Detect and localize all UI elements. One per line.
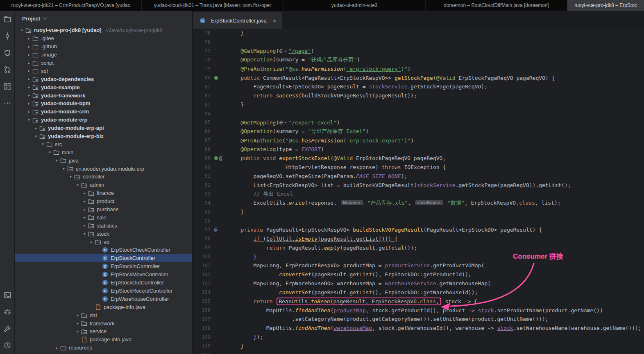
more-icon[interactable] bbox=[3, 99, 12, 108]
tree-item-java[interactable]: ▾java bbox=[15, 156, 192, 165]
tree-item-erpstockcontroller[interactable]: CErpStockController bbox=[15, 254, 192, 262]
code-line-108[interactable]: 108 MapUtils.findAndThen(warehouseMap, s… bbox=[193, 324, 644, 333]
chevron-expanded-icon[interactable]: ▾ bbox=[54, 158, 60, 162]
chevron-collapsed-icon[interactable]: ▸ bbox=[54, 346, 60, 350]
chevron-collapsed-icon[interactable]: ▸ bbox=[82, 199, 88, 203]
code-line-107[interactable]: 107 .setCategoryName(product.getCategory… bbox=[193, 315, 644, 324]
tree-item-yudao-module-bpm[interactable]: ▸yudao-module-bpm bbox=[15, 99, 192, 108]
code-line-78[interactable]: 78 @Operation(summary = "获得产品库存分页") bbox=[193, 56, 644, 65]
commit-icon[interactable] bbox=[3, 32, 12, 41]
tree-item-service[interactable]: ▸service bbox=[15, 327, 192, 336]
chevron-collapsed-icon[interactable]: ▸ bbox=[26, 36, 32, 41]
code-line-77[interactable]: 77 @GetMapping("/page") bbox=[193, 47, 644, 56]
chevron-collapsed-icon[interactable]: ▸ bbox=[75, 321, 81, 325]
chevron-collapsed-icon[interactable]: ▸ bbox=[26, 110, 32, 114]
tree-item-erpstockrecordcontroller[interactable]: CErpStockRecordController bbox=[15, 287, 192, 295]
chevron-collapsed-icon[interactable]: ▸ bbox=[26, 85, 32, 89]
tree-item-script[interactable]: ▸script bbox=[15, 59, 192, 67]
tree-item-vo[interactable]: ▸vo bbox=[15, 238, 192, 246]
code-line-76[interactable]: 76 bbox=[193, 38, 644, 47]
code-line-104[interactable]: 104 convertSet(pageResult.getList(), Erp… bbox=[193, 288, 644, 297]
tree-item-yudao-module-erp[interactable]: ▾yudao-module-erp bbox=[15, 116, 192, 124]
code-line-98[interactable]: 98 if (CollUtil.isEmpty(pageResult.getLi… bbox=[193, 234, 644, 243]
code-line-96[interactable]: 96 bbox=[193, 216, 644, 225]
code-line-81[interactable]: 81 PageResult<ErpStockDO> pageResult = s… bbox=[193, 82, 644, 91]
tree-item-cn.iocoder.yudao.module.erp[interactable]: ▾cn.iocoder.yudao.module.erp bbox=[15, 165, 192, 173]
chevron-collapsed-icon[interactable]: ▸ bbox=[26, 69, 32, 73]
window-tab[interactable]: ruoyi-vue-pro-jdk21 – CrmProductRespVO.j… bbox=[0, 0, 142, 11]
tree-item-yudao-module-erp-api[interactable]: ▸yudao-module-erp-api bbox=[15, 124, 192, 132]
tree-item-resources[interactable]: ▸resources bbox=[15, 344, 192, 352]
chevron-collapsed-icon[interactable]: ▸ bbox=[33, 126, 39, 130]
code-line-103[interactable]: 103 Map<Long, ErpWarehouseDO> warehouseM… bbox=[193, 279, 644, 288]
window-tab[interactable]: doraemon – BootCloudDiffMain.java [dorae… bbox=[426, 0, 567, 11]
tree-item-finance[interactable]: ▸finance bbox=[15, 189, 192, 197]
code-line-109[interactable]: 109 }); bbox=[193, 333, 644, 342]
tree-item-ruoyi-vue-pro-jdk8-yudao-[interactable]: ▾ruoyi-vue-pro-jdk8 [yudao]~/Java/ruoyi-… bbox=[15, 26, 192, 34]
code-line-80[interactable]: 80 public CommonResult<PageResult<ErpSto… bbox=[193, 73, 644, 82]
tree-item-yudao-module-crm[interactable]: ▸yudao-module-crm bbox=[15, 108, 192, 116]
chevron-collapsed-icon[interactable]: ▸ bbox=[26, 45, 32, 49]
chevron-collapsed-icon[interactable]: ▸ bbox=[88, 240, 95, 244]
tree-item-erpstockmovecontroller[interactable]: CErpStockMoveController bbox=[15, 271, 192, 279]
code-line-86[interactable]: 86 @Operation(summary = "导出产品库存 Excel") bbox=[193, 127, 644, 136]
code-line-101[interactable]: 101 Map<Long, ErpProductRespVO> productM… bbox=[193, 261, 644, 270]
services-icon[interactable] bbox=[3, 324, 12, 333]
github-icon[interactable] bbox=[3, 48, 12, 57]
chevron-collapsed-icon[interactable]: ▸ bbox=[82, 223, 88, 228]
tree-item-main[interactable]: ▾main bbox=[15, 148, 192, 156]
tree-item-framework[interactable]: ▸framework bbox=[15, 319, 192, 327]
code-line-99[interactable]: 99 return PageResult.empty(pageResult.ge… bbox=[193, 243, 644, 252]
terminal-icon[interactable] bbox=[3, 291, 12, 300]
tree-item-erpstockoutcontroller[interactable]: CErpStockOutController bbox=[15, 279, 192, 287]
tree-item-stock[interactable]: ▾stock bbox=[15, 230, 192, 238]
chevron-collapsed-icon[interactable]: ▸ bbox=[26, 93, 32, 97]
tree-item-package-info.java[interactable]: package-info.java bbox=[15, 336, 192, 344]
tree-item-admin[interactable]: ▾admin bbox=[15, 181, 192, 189]
window-tab[interactable]: ruoyi-vue-pro-jdk8 – ErpStoc bbox=[567, 0, 644, 11]
tree-item-yudao-example[interactable]: ▸yudao-example bbox=[15, 83, 192, 91]
code-line-89[interactable]: 89@ public void exportStockExcel(@Valid … bbox=[193, 154, 644, 163]
code-line-97[interactable]: 97@ private PageResult<ErpStockRespVO> b… bbox=[193, 225, 644, 234]
window-tab[interactable]: yudao-ui-admin-vue3 bbox=[284, 0, 426, 11]
structure-icon[interactable] bbox=[3, 82, 12, 91]
chevron-collapsed-icon[interactable]: ▸ bbox=[82, 215, 88, 219]
code-line-87[interactable]: 87 @PreAuthorize("@ss.hasPermission('erp… bbox=[193, 136, 644, 145]
chevron-collapsed-icon[interactable]: ▸ bbox=[82, 191, 88, 195]
code-line-111[interactable]: 111 bbox=[193, 350, 644, 354]
chevron-collapsed-icon[interactable]: ▸ bbox=[26, 53, 32, 57]
code-line-106[interactable]: 106 MapUtils.findAndThen(productMap, sto… bbox=[193, 306, 644, 315]
code-line-85[interactable]: 85 @GetMapping("/export-excel") bbox=[193, 118, 644, 127]
url-globe-icon[interactable] bbox=[279, 120, 287, 125]
chevron-collapsed-icon[interactable]: ▸ bbox=[75, 329, 81, 334]
spring-bean-icon[interactable] bbox=[214, 76, 218, 80]
tree-item-statistics[interactable]: ▸statistics bbox=[15, 221, 192, 230]
tree-item-erpwarehousecontroller[interactable]: CErpWarehouseController bbox=[15, 295, 192, 303]
chevron-expanded-icon[interactable]: ▾ bbox=[40, 142, 46, 146]
chevron-collapsed-icon[interactable]: ▸ bbox=[26, 61, 32, 65]
tree-item-erpstockcheckcontroller[interactable]: CErpStockCheckController bbox=[15, 246, 192, 254]
tree-item-erpstockincontroller[interactable]: CErpStockInController bbox=[15, 262, 192, 271]
project-panel-header[interactable]: Project bbox=[15, 11, 192, 26]
tree-item-sql[interactable]: ▸sql bbox=[15, 67, 192, 75]
tree-item-.github[interactable]: ▸.github bbox=[15, 43, 192, 51]
tree-item-sale[interactable]: ▸sale bbox=[15, 213, 192, 221]
chevron-expanded-icon[interactable]: ▾ bbox=[61, 167, 67, 171]
chevron-collapsed-icon[interactable]: ▸ bbox=[75, 313, 81, 317]
code-line-95[interactable]: 95 } bbox=[193, 207, 644, 216]
chevron-expanded-icon[interactable]: ▾ bbox=[19, 28, 25, 32]
code-line-82[interactable]: 82 return success(buildStockVOPageResult… bbox=[193, 91, 644, 100]
code-line-83[interactable]: 83 } bbox=[193, 100, 644, 109]
code-line-102[interactable]: 102 convertSet(pageResult.getList(), Erp… bbox=[193, 270, 644, 279]
code-line-79[interactable]: 79 @PreAuthorize("@ss.hasPermission('erp… bbox=[193, 64, 644, 73]
project-icon[interactable] bbox=[3, 15, 12, 24]
pull-request-icon[interactable] bbox=[3, 65, 12, 74]
debug-icon[interactable] bbox=[3, 307, 12, 316]
tree-item-.image[interactable]: ▸.image bbox=[15, 51, 192, 59]
code-line-110[interactable]: 110 } bbox=[193, 342, 644, 351]
tree-item-purchase[interactable]: ▸purchase bbox=[15, 205, 192, 214]
window-tab[interactable]: yudao-cloud-jdk21 – Trans.java [Maven: c… bbox=[142, 0, 283, 11]
close-icon[interactable]: × bbox=[273, 17, 277, 24]
tree-item-dal[interactable]: ▸dal bbox=[15, 311, 192, 319]
tree-item-product[interactable]: ▸product bbox=[15, 197, 192, 205]
